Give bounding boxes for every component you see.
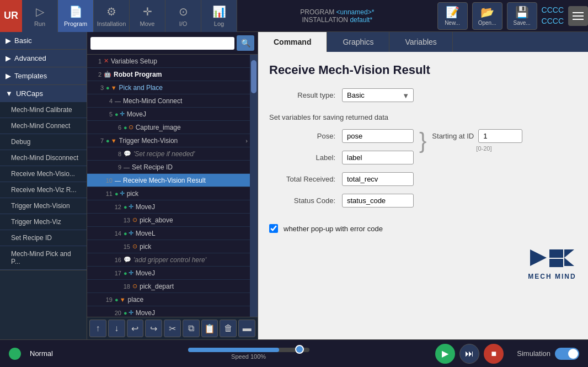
sidebar-basic-label: Basic [14, 36, 32, 45]
suppress-button[interactable]: ▬ [238, 320, 255, 337]
tree-row[interactable]: 19 ● ▼ place [87, 293, 250, 306]
tab-log[interactable]: 📊 Log [201, 0, 237, 32]
tab-program[interactable]: 📄 Program [58, 0, 94, 32]
undo-button[interactable]: ↩ [127, 320, 144, 337]
delete-button[interactable]: 🗑 [220, 320, 237, 337]
open-button[interactable]: 📂 Open... [472, 2, 503, 30]
result-type-row: Result type: Basic ▼ [269, 88, 577, 102]
cross-icon: ✛ [129, 309, 133, 316]
tree-row[interactable]: 7 ● ▼ Trigger Mech-Vision › [87, 134, 250, 147]
dash-icon: — [115, 177, 121, 184]
stop-button[interactable]: ■ [484, 344, 504, 364]
svg-marker-0 [530, 249, 547, 266]
simulation-toggle[interactable] [555, 348, 579, 360]
speed-bar-thumb[interactable] [295, 345, 304, 354]
move-down-button[interactable]: ↓ [108, 320, 125, 337]
circle-icon: ⊙ [132, 283, 137, 290]
speed-bar-track[interactable] [188, 348, 309, 352]
sidebar-section-basic: ▶ Basic [0, 32, 87, 50]
error-code-checkbox[interactable] [269, 224, 278, 233]
tree-row[interactable]: 10 — Receive Mech-Vision Result [87, 174, 250, 187]
sidebar-item-mech-mind-pick-and-p[interactable]: Mech-Mind Pick and P... [0, 246, 87, 270]
urcaps-arrow-icon: ▼ [6, 89, 13, 98]
play-button[interactable]: ▶ [435, 344, 455, 364]
program-name: <unnamed>* [336, 8, 375, 16]
main-area: ▶ Basic ▶ Advanced ▶ Templates ▼ URCaps … [0, 32, 588, 339]
starting-id-group: Starting at ID [0-20] [432, 129, 522, 152]
step-button[interactable]: ⏭ [459, 344, 479, 364]
label-input[interactable] [342, 151, 414, 164]
fields-left: Pose: Label: Total Received: Status Code… [269, 129, 414, 215]
tree-row[interactable]: 6 ● ⊙ Capture_image [87, 121, 250, 134]
cross-icon: ✛ [120, 190, 125, 197]
paste-button[interactable]: 📋 [201, 320, 218, 337]
sidebar-item-mech-mind-connect[interactable]: Mech-Mind Connect [0, 118, 87, 134]
cross-icon: ✛ [120, 110, 125, 118]
cut-button[interactable]: ✂ [164, 320, 181, 337]
hamburger-menu[interactable] [568, 6, 588, 26]
tree-row[interactable]: 15 ⊙ pick [87, 240, 250, 253]
statusbar: Normal Speed 100% ▶ ⏭ ■ Simulation [0, 339, 588, 367]
tree-row[interactable]: 4 — Mech-Mind Connect [87, 94, 250, 108]
save-button[interactable]: 💾 Save... [507, 2, 537, 30]
mech-mind-logo-area: MECH MIND [269, 244, 577, 280]
tab-graphics[interactable]: Graphics [327, 32, 389, 52]
pose-input[interactable] [342, 129, 414, 143]
sidebar-section-templates-header[interactable]: ▶ Templates [0, 67, 87, 84]
starting-id-input[interactable] [478, 129, 522, 143]
tree-row[interactable]: 2 🤖 Robot Program [87, 68, 250, 81]
sidebar-templates-label: Templates [14, 72, 47, 80]
sidebar-item-debug[interactable]: Debug [0, 134, 87, 150]
tab-variables[interactable]: Variables [389, 32, 452, 52]
sidebar-item-set-recipe-id[interactable]: Set Recipe ID [0, 230, 87, 246]
tree-row[interactable]: 18 ⊙ pick_depart [87, 280, 250, 293]
status-code-input[interactable] [342, 194, 414, 208]
copy-button[interactable]: ⧉ [183, 320, 200, 337]
save-icon: 💾 [515, 6, 529, 19]
topbar-actions: 📝 New... 📂 Open... 💾 Save... [437, 2, 537, 30]
new-icon: 📝 [446, 6, 459, 19]
tab-command[interactable]: Command [258, 32, 327, 52]
tree-row[interactable]: 3 ● ▼ Pick and Place [87, 81, 250, 94]
advanced-arrow-icon: ▶ [6, 54, 11, 62]
tab-installation[interactable]: ⚙ Installation [94, 0, 130, 32]
error-code-checkbox-label: whether pop-up with error code [284, 225, 383, 233]
program-scrollbar[interactable] [250, 55, 258, 317]
tree-row[interactable]: 5 ● ✛ MoveJ [87, 108, 250, 121]
redo-button[interactable]: ↪ [145, 320, 162, 337]
tree-row[interactable]: 16 💬 'add gripper control here' [87, 253, 250, 267]
tree-row[interactable]: 20 ● ✛ MoveJ [87, 306, 250, 317]
tree-row[interactable]: 8 💬 'Set recipe if needed' [87, 147, 250, 161]
comment-icon: 💬 [124, 150, 131, 157]
sidebar-urcaps-label: URCaps [16, 89, 43, 98]
move-up-button[interactable]: ↑ [89, 320, 106, 337]
tree-row[interactable]: 12 ● ✛ MoveJ [87, 200, 250, 214]
tree-row[interactable]: 11 ● ✛ pick [87, 187, 250, 200]
tab-move[interactable]: ✛ Move [130, 0, 165, 32]
tree-row[interactable]: 14 ● ✛ MoveL [87, 227, 250, 240]
sidebar-section-advanced-header[interactable]: ▶ Advanced [0, 50, 87, 67]
result-type-select[interactable]: Basic [342, 88, 414, 102]
sidebar-section-urcaps-header[interactable]: ▼ URCaps [0, 85, 87, 102]
tab-io[interactable]: ⊙ I/O [165, 0, 201, 32]
new-button[interactable]: 📝 New... [437, 2, 468, 30]
search-button[interactable]: 🔍 [237, 35, 254, 51]
tab-run[interactable]: ▷ Run [22, 0, 58, 32]
dot-icon: ● [115, 296, 119, 303]
sidebar-item-trigger-mech-viz[interactable]: Trigger Mech-Viz [0, 214, 87, 230]
tree-row[interactable]: 1 ✕ Variables Setup [87, 55, 250, 68]
sidebar-item-mech-mind-disconnect[interactable]: Mech-Mind Disconnect [0, 150, 87, 166]
scrollbar-thumb[interactable] [251, 60, 256, 93]
run-icon: ▷ [36, 5, 44, 18]
triangle-icon: ▼ [120, 296, 126, 303]
tree-row[interactable]: 9 — Set Recipe ID [87, 161, 250, 174]
sidebar-section-basic-header[interactable]: ▶ Basic [0, 32, 87, 49]
total-received-input[interactable] [342, 172, 414, 186]
sidebar-item-receive-mech-vision[interactable]: Receive Mech-Visio... [0, 166, 87, 182]
sidebar-item-receive-mech-viz-r[interactable]: Receive Mech-Viz R... [0, 182, 87, 198]
search-input[interactable] [90, 37, 234, 50]
sidebar-item-mech-mind-calibrate[interactable]: Mech-Mind Calibrate [0, 102, 87, 118]
tree-row[interactable]: 17 ● ✛ MoveJ [87, 267, 250, 280]
tree-row[interactable]: 13 ⊙ pick_above [87, 214, 250, 227]
sidebar-item-trigger-mech-vision[interactable]: Trigger Mech-Vision [0, 198, 87, 214]
